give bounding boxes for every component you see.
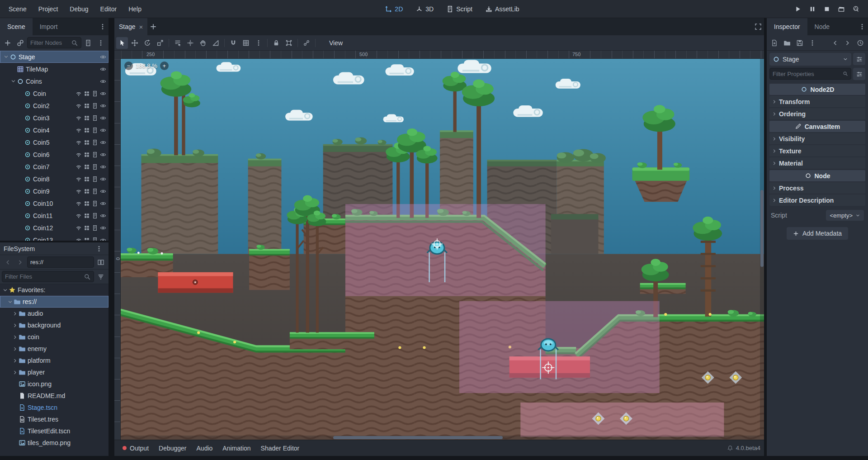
property-filter-input[interactable] <box>773 71 841 77</box>
file-arrow[interactable] <box>7 299 14 305</box>
file-row-stage-tscn[interactable]: Stage.tscn <box>0 402 108 413</box>
groups-badge[interactable] <box>83 90 91 98</box>
groups-badge[interactable] <box>83 126 91 134</box>
context-2d-button[interactable]: 2D <box>381 2 407 16</box>
visibility-toggle[interactable] <box>99 224 107 232</box>
visibility-toggle[interactable] <box>99 236 107 241</box>
groups-badge[interactable] <box>83 114 91 122</box>
section-editor-description[interactable]: Editor Description <box>769 194 865 206</box>
script-badge[interactable] <box>91 102 99 110</box>
file-row-audio[interactable]: audio <box>0 308 108 319</box>
visibility-toggle[interactable] <box>99 151 107 159</box>
connections-badge[interactable] <box>75 199 83 208</box>
context-assetlib-button[interactable]: AssetLib <box>481 2 524 16</box>
file-row-platform[interactable]: platform <box>0 355 108 366</box>
tree-row-coin6[interactable]: Coin6 <box>0 148 108 161</box>
new-resource-button[interactable] <box>769 37 780 49</box>
file-arrow[interactable] <box>12 334 19 341</box>
file-row-res[interactable]: res:// <box>0 296 108 308</box>
tree-row-coins[interactable]: Coins <box>0 75 108 87</box>
filter-options-button[interactable] <box>853 68 865 80</box>
file-row-background[interactable]: background <box>0 319 108 331</box>
edited-node-dropdown[interactable]: Stage <box>769 53 851 66</box>
file-row-icon-png[interactable]: icon.png <box>0 378 108 390</box>
script-badge[interactable] <box>91 126 99 134</box>
visibility-toggle[interactable] <box>99 199 107 208</box>
distraction-free-button[interactable] <box>752 21 764 33</box>
tree-row-coin4[interactable]: Coin4 <box>0 124 108 136</box>
script-badge[interactable] <box>91 138 99 147</box>
property-filter[interactable] <box>769 68 851 80</box>
visibility-toggle[interactable] <box>99 126 107 134</box>
file-row-tiles-demo-png[interactable]: tiles_demo.png <box>0 437 108 449</box>
bottom-output-button[interactable]: Output <box>118 442 153 454</box>
history-forward-button[interactable] <box>842 37 854 49</box>
connections-badge[interactable] <box>75 151 83 159</box>
script-badge[interactable] <box>91 187 99 195</box>
menu-editor[interactable]: Editor <box>94 0 123 18</box>
menu-project[interactable]: Project <box>33 0 64 18</box>
tree-arrow[interactable] <box>10 78 17 85</box>
tree-row-coin3[interactable]: Coin3 <box>0 112 108 124</box>
select-tool-button[interactable] <box>116 37 128 49</box>
tree-row-coin5[interactable]: Coin5 <box>0 136 108 148</box>
tree-row-coin12[interactable]: Coin12 <box>0 222 108 234</box>
file-arrow[interactable] <box>12 369 19 376</box>
sort-files-button[interactable] <box>95 271 107 283</box>
dock-menu-button[interactable] <box>856 21 868 33</box>
viewport[interactable]: − 188.8 % + <box>121 59 764 440</box>
scene-dock-tab-scene[interactable]: Scene <box>0 18 33 35</box>
visibility-toggle[interactable] <box>99 175 107 183</box>
tree-row-tilemap[interactable]: TileMap <box>0 63 108 75</box>
tree-row-coin2[interactable]: Coin2 <box>0 100 108 112</box>
add-metadata-button[interactable]: Add Metadata <box>787 227 848 240</box>
path-box[interactable] <box>27 256 94 268</box>
horizontal-scrollbar-thumb[interactable] <box>333 436 503 439</box>
script-badge[interactable] <box>91 90 99 98</box>
tree-row-coin11[interactable]: Coin11 <box>0 209 108 222</box>
tree-row-coin7[interactable]: Coin7 <box>0 161 108 173</box>
load-resource-button[interactable] <box>781 37 793 49</box>
file-row-readme-md[interactable]: README.md <box>0 390 108 402</box>
connections-badge[interactable] <box>75 114 83 122</box>
inspector-tab-node[interactable]: Node <box>807 18 837 35</box>
section-visibility[interactable]: Visibility <box>769 133 865 144</box>
visibility-toggle[interactable] <box>99 212 107 220</box>
ruler-horizontal[interactable]: 250500750 <box>121 51 764 58</box>
version-info[interactable]: 4.0.beta4 <box>727 445 760 451</box>
history-back-button[interactable] <box>2 256 14 268</box>
bottom-shader-editor-button[interactable]: Shader Editor <box>256 442 304 454</box>
category-canvasitem[interactable]: CanvasItem <box>769 121 865 132</box>
tree-row-coin13[interactable]: Coin13 <box>0 234 108 241</box>
zoom-out-button[interactable]: − <box>124 62 133 70</box>
pause-button[interactable] <box>806 3 819 15</box>
file-arrow[interactable] <box>12 310 19 317</box>
ruler-vertical[interactable]: 0 <box>114 59 121 440</box>
red-platform-left[interactable] <box>158 272 233 293</box>
pivot-tool-button[interactable] <box>184 37 196 49</box>
file-filter-input[interactable] <box>5 273 82 280</box>
file-row-tileset-tres[interactable]: Tileset.tres <box>0 413 108 425</box>
tree-row-coin10[interactable]: Coin10 <box>0 197 108 209</box>
tree-row-coin9[interactable]: Coin9 <box>0 185 108 197</box>
add-scene-tab-button[interactable] <box>147 21 159 33</box>
section-transform[interactable]: Transform <box>769 96 865 107</box>
connections-badge[interactable] <box>75 126 83 134</box>
scene-tab-stage[interactable]: Stage × <box>114 18 147 35</box>
scene-filter[interactable] <box>27 37 81 48</box>
script-badge[interactable] <box>91 224 99 232</box>
section-ordering[interactable]: Ordering <box>769 108 865 119</box>
move-tool-button[interactable] <box>129 37 141 49</box>
scene-filter-input[interactable] <box>30 39 69 46</box>
groups-badge[interactable] <box>83 212 91 220</box>
script-value-dropdown[interactable]: <empty> <box>826 210 864 221</box>
connections-badge[interactable] <box>75 236 83 241</box>
file-row-favorites[interactable]: Favorites: <box>0 284 108 296</box>
category-node[interactable]: Node <box>769 170 865 181</box>
script-badge[interactable] <box>91 236 99 241</box>
menu-scene[interactable]: Scene <box>3 0 33 18</box>
snap-options-button[interactable] <box>253 37 264 49</box>
visibility-toggle[interactable] <box>99 90 107 98</box>
file-row-player[interactable]: player <box>0 366 108 378</box>
group-object-button[interactable] <box>283 37 295 49</box>
